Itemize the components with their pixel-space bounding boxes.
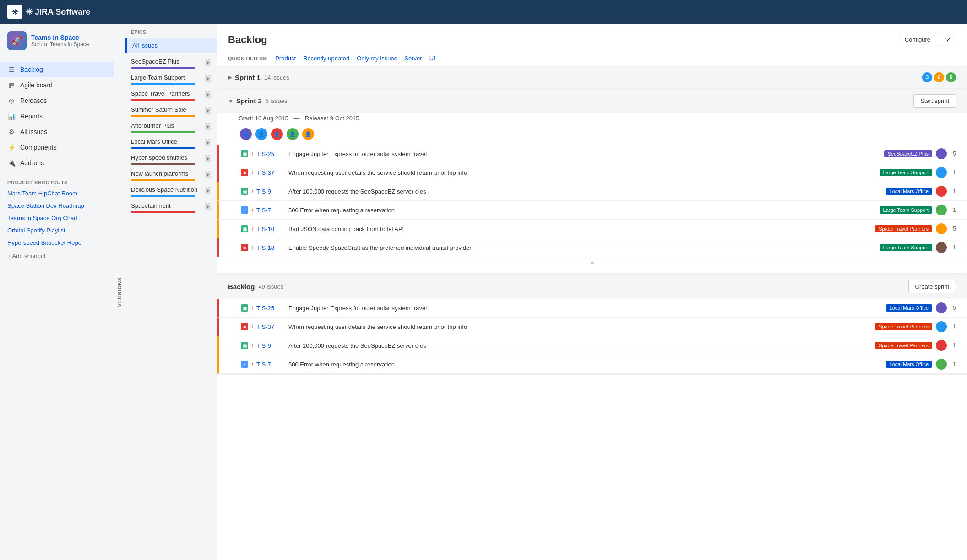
epic-tag[interactable]: Local Mars Office xyxy=(886,361,932,368)
project-shortcuts-title: PROJECT SHORTCUTS xyxy=(0,174,114,187)
epic-tag[interactable]: Space Travel Partners xyxy=(875,323,932,330)
sidebar-item-backlog[interactable]: ☰ Backlog xyxy=(0,62,114,77)
project-header[interactable]: 🚀 Teams in Space Scrum: Teams in Space xyxy=(0,24,114,58)
epic-item[interactable]: Space Travel Partners ▾ xyxy=(125,86,217,102)
epic-item[interactable]: New launch platforms ▾ xyxy=(125,167,217,183)
filter-product[interactable]: Product xyxy=(275,55,296,62)
issue-row[interactable]: ■ ↑ TIS-18 Enable Speedy SpaceCraft as t… xyxy=(217,238,967,257)
sprint2-avatars: 👤 👤 👤 👤 👤 xyxy=(217,125,967,145)
quick-filters-label: QUICK FILTERS: xyxy=(228,56,268,61)
sidebar-item-components[interactable]: ⚡ Components xyxy=(0,140,114,155)
backlog-title: Backlog xyxy=(228,34,267,46)
project-info: Teams in Space Scrum: Teams in Space xyxy=(31,34,89,48)
sidebar-item-releases[interactable]: ◎ Releases xyxy=(0,93,114,108)
expand-button[interactable]: ⤢ xyxy=(941,33,956,46)
issue-row[interactable]: ✓ ↑ TIS-7 500 Error when requesting a re… xyxy=(217,201,967,220)
filter-recently-updated[interactable]: Recently updated xyxy=(303,55,349,62)
issue-key[interactable]: TIS-9 xyxy=(256,188,284,195)
epic-item[interactable]: SeeSpaceEZ Plus ▾ xyxy=(125,54,217,70)
issue-key[interactable]: TIS-37 xyxy=(256,323,284,330)
sidebar-item-reports[interactable]: 📊 Reports xyxy=(0,108,114,124)
badge-blue: 3 xyxy=(922,72,932,82)
epic-name: Large Team Support xyxy=(131,74,185,81)
epic-bar xyxy=(131,67,195,69)
epic-dropdown-icon[interactable]: ▾ xyxy=(205,75,211,82)
filter-server[interactable]: Server xyxy=(404,55,422,62)
issue-row[interactable]: ▣ ↑ TIS-10 Bad JSON data coming back fro… xyxy=(217,220,967,238)
create-sprint-button[interactable]: Create sprint xyxy=(908,280,956,293)
avatar: 👤 xyxy=(270,127,284,141)
epic-dropdown-icon[interactable]: ▾ xyxy=(205,203,211,210)
issue-row[interactable]: ▣ ↑ TIS-9 After 100,000 requests the See… xyxy=(217,336,967,355)
epic-dropdown-icon[interactable]: ▾ xyxy=(205,91,211,98)
shortcut-mars[interactable]: Mars Team HipChat Room xyxy=(0,187,114,199)
epic-item[interactable]: Hyper-speed shuttles ▾ xyxy=(125,151,217,167)
sidebar-label-all-issues: All issues xyxy=(20,128,47,135)
filter-ui[interactable]: UI xyxy=(429,55,435,62)
sidebar-item-agile-board[interactable]: ▦ Agile board xyxy=(0,77,114,93)
shortcut-bitbucket[interactable]: Hyperspeed Bitbucket Repo xyxy=(0,237,114,249)
epic-bar xyxy=(131,115,195,117)
epic-dropdown-icon[interactable]: ▾ xyxy=(205,59,211,66)
backlog-section-header[interactable]: Backlog 49 issues Create sprint xyxy=(217,274,967,299)
issue-row[interactable]: ▣ ↑ TIS-25 Engage Jupiter Express for ou… xyxy=(217,299,967,318)
epic-tag[interactable]: Space Travel Partners xyxy=(875,225,932,232)
epic-all-issues[interactable]: All issues xyxy=(125,38,217,53)
issue-count: 1 xyxy=(950,244,956,251)
issue-count: 5 xyxy=(950,226,956,232)
epic-item[interactable]: Large Team Support ▾ xyxy=(125,70,217,86)
sprint2-collapse-icon[interactable]: ⌃ xyxy=(217,257,967,273)
shortcut-org[interactable]: Teams in Space Org Chart xyxy=(0,212,114,224)
issue-key[interactable]: TIS-10 xyxy=(256,226,284,232)
logo-text: ✳ JIRA Software xyxy=(26,7,90,17)
epic-tag[interactable]: Local Mars Office xyxy=(886,188,932,195)
epic-tag[interactable]: Space Travel Partners xyxy=(875,342,932,349)
issue-row[interactable]: ✓ ↑ TIS-7 500 Error when requesting a re… xyxy=(217,355,967,374)
issue-count: 1 xyxy=(950,323,956,330)
epic-tag[interactable]: Large Team Support xyxy=(880,244,932,251)
epic-dropdown-icon[interactable]: ▾ xyxy=(205,171,211,178)
epic-dropdown-icon[interactable]: ▾ xyxy=(205,139,211,146)
backlog-section-name: Backlog xyxy=(228,283,255,291)
issue-key[interactable]: TIS-7 xyxy=(256,207,284,214)
epic-tag[interactable]: Large Team Support xyxy=(880,169,932,176)
versions-sidebar[interactable]: VERSIONS xyxy=(114,24,125,560)
issue-key[interactable]: TIS-7 xyxy=(256,361,284,368)
epic-tag[interactable]: SeeSpaceEZ Plus xyxy=(884,150,932,157)
sprint1-header[interactable]: ▶ Sprint 1 14 issues 3 6 5 xyxy=(217,67,967,88)
filter-only-my-issues[interactable]: Only my issues xyxy=(357,55,397,62)
epic-item[interactable]: Summer Saturn Sale ▾ xyxy=(125,102,217,118)
issue-key[interactable]: TIS-9 xyxy=(256,342,284,349)
epic-tag[interactable]: Local Mars Office xyxy=(886,304,932,312)
sidebar-item-add-ons[interactable]: 🔌 Add-ons xyxy=(0,155,114,171)
epic-bar xyxy=(131,83,195,85)
issue-row[interactable]: ▣ ↑ TIS-9 After 100,000 requests the See… xyxy=(217,182,967,201)
epic-item[interactable]: Local Mars Office ▾ xyxy=(125,135,217,151)
shortcut-spotify[interactable]: Orbital Spotify Playlist xyxy=(0,224,114,237)
issue-row[interactable]: ▣ ↑ TIS-25 Engage Jupiter Express for ou… xyxy=(217,145,967,163)
agile-board-icon: ▦ xyxy=(7,81,16,89)
issue-count: 5 xyxy=(950,305,956,311)
issue-key[interactable]: TIS-25 xyxy=(256,151,284,157)
configure-button[interactable]: Configure xyxy=(898,33,937,46)
epic-dropdown-icon[interactable]: ▾ xyxy=(205,187,211,194)
add-shortcut[interactable]: + Add shortcut xyxy=(0,249,114,263)
sidebar-item-all-issues[interactable]: ⚙ All issues xyxy=(0,124,114,140)
issue-row[interactable]: ■ ↑ TIS-37 When requesting user details … xyxy=(217,163,967,182)
epic-item[interactable]: Afterburner Plus ▾ xyxy=(125,118,217,135)
epic-dropdown-icon[interactable]: ▾ xyxy=(205,107,211,114)
epic-dropdown-icon[interactable]: ▾ xyxy=(205,123,211,130)
issue-key[interactable]: TIS-37 xyxy=(256,169,284,176)
logo[interactable]: ✳ ✳ JIRA Software xyxy=(7,5,90,19)
epic-item[interactable]: Spacetainment ▾ xyxy=(125,199,217,215)
epic-item[interactable]: Delicious Space Nutrition ▾ xyxy=(125,183,217,199)
sprint2-header[interactable]: ▼ Sprint 2 6 issues Start sprint xyxy=(217,89,967,113)
issue-row[interactable]: ■ ↑ TIS-37 When requesting user details … xyxy=(217,318,967,336)
components-icon: ⚡ xyxy=(7,143,16,151)
epic-tag[interactable]: Large Team Support xyxy=(880,206,932,214)
epic-dropdown-icon[interactable]: ▾ xyxy=(205,155,211,162)
issue-key[interactable]: TIS-18 xyxy=(256,244,284,251)
issue-key[interactable]: TIS-25 xyxy=(256,305,284,312)
start-sprint-button[interactable]: Start sprint xyxy=(913,94,956,108)
shortcut-station[interactable]: Space Station Dev Roadmap xyxy=(0,199,114,212)
